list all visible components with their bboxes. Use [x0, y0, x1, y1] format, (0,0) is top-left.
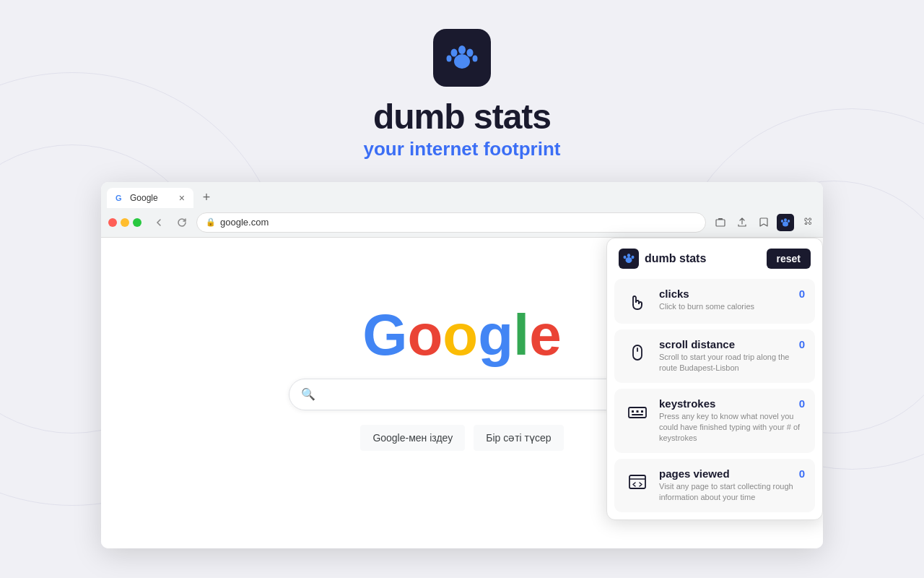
svg-point-1	[458, 46, 466, 54]
app-icon	[433, 29, 491, 87]
svg-point-5	[472, 56, 477, 62]
popup-title: dumb stats	[645, 252, 706, 265]
google-buttons: Google-мен іздеу Бір сәті түсер	[360, 425, 563, 451]
browser-toolbar: 🔒 google.com	[101, 208, 823, 237]
extensions-menu-icon[interactable]	[798, 214, 816, 231]
share-icon[interactable]	[733, 214, 751, 231]
svg-point-10	[781, 220, 783, 223]
stat-card-pages_viewed: pages viewed 0 Visit any page to start c…	[614, 459, 815, 512]
screen-capture-icon[interactable]	[712, 214, 729, 231]
svg-rect-21	[641, 410, 643, 413]
google-letter-o1: o	[407, 306, 443, 364]
stat-card-clicks: clicks 0 Click to burn some calories	[614, 279, 815, 324]
stat-header-pages_viewed: pages viewed 0	[659, 467, 805, 480]
svg-rect-6	[716, 220, 725, 226]
popup-header-left: dumb stats	[619, 249, 706, 269]
browser-tab-google[interactable]: G Google ×	[107, 188, 193, 208]
stat-desc-scroll_distance: Scroll to start your road trip along the…	[659, 352, 805, 374]
browser-window: G Google × +	[101, 182, 823, 548]
stat-value-keystrokes: 0	[799, 397, 805, 410]
browser-chrome: G Google × +	[101, 182, 823, 238]
popup-app-icon	[619, 249, 639, 269]
svg-rect-7	[718, 218, 723, 220]
browser-tabs: G Google × +	[101, 182, 823, 208]
google-search-button[interactable]: Google-мен іздеу	[360, 425, 465, 451]
app-header: dumb stats your internet footprint	[364, 29, 561, 160]
stat-name-scroll_distance: scroll distance	[659, 338, 735, 350]
tab-title: Google	[130, 193, 175, 203]
google-letter-o2: o	[443, 306, 478, 364]
popup-body: clicks 0 Click to burn some calories scr…	[607, 279, 822, 519]
google-letter-e: e	[529, 306, 562, 364]
paw-icon	[444, 40, 480, 76]
svg-rect-23	[629, 475, 645, 488]
stat-name-pages_viewed: pages viewed	[659, 467, 730, 480]
svg-point-15	[632, 255, 635, 259]
stat-card-keystrokes: keystrokes 0 Press any key to know what …	[614, 389, 815, 453]
svg-rect-22	[632, 414, 643, 415]
tab-close-button[interactable]: ×	[179, 192, 185, 204]
stat-header-scroll_distance: scroll distance 0	[659, 338, 805, 350]
google-letter-g2: g	[478, 306, 513, 364]
stat-content-pages_viewed: pages viewed 0 Visit any page to start c…	[659, 467, 805, 504]
address-bar[interactable]: 🔒 google.com	[196, 212, 706, 233]
stat-value-pages_viewed: 0	[799, 467, 805, 480]
search-icon: 🔍	[301, 387, 315, 401]
google-favicon-icon: G	[116, 193, 126, 203]
fullscreen-window-button[interactable]	[133, 218, 141, 227]
keyboard-icon	[624, 399, 650, 425]
stat-content-clicks: clicks 0 Click to burn some calories	[659, 288, 805, 312]
stat-content-keystrokes: keystrokes 0 Press any key to know what …	[659, 397, 805, 444]
back-button[interactable]	[150, 214, 167, 231]
svg-rect-19	[632, 410, 634, 413]
feeling-lucky-button[interactable]: Бір сәті түсер	[474, 425, 563, 451]
svg-rect-20	[637, 410, 639, 413]
reset-button[interactable]: reset	[767, 249, 811, 269]
app-title: dumb stats	[373, 98, 551, 137]
svg-point-9	[784, 218, 787, 221]
svg-point-0	[454, 54, 470, 69]
google-letter-g: G	[362, 306, 407, 364]
extension-dumb-stats-icon[interactable]	[777, 214, 794, 231]
browser-mockup: G Google × +	[101, 182, 823, 548]
popup-header: dumb stats reset	[607, 238, 822, 279]
stat-desc-pages_viewed: Visit any page to start collecting rough…	[659, 481, 805, 504]
svg-point-11	[788, 220, 790, 223]
svg-point-14	[624, 255, 627, 259]
svg-point-8	[783, 221, 788, 226]
google-logo: G o o g l e	[362, 306, 562, 364]
bookmark-icon[interactable]	[755, 214, 772, 231]
stat-value-clicks: 0	[799, 288, 805, 300]
browser-content: G o o g l e 🔍 Google-мен іздеу Бір сәті …	[101, 238, 823, 548]
hand-click-icon	[624, 289, 650, 315]
svg-rect-16	[633, 345, 642, 360]
stat-header-clicks: clicks 0	[659, 288, 805, 300]
close-window-button[interactable]	[108, 218, 117, 227]
minimize-window-button[interactable]	[121, 218, 129, 227]
extension-popup: dumb stats reset clicks 0	[606, 238, 823, 520]
mouse-scroll-icon	[624, 340, 650, 366]
stat-desc-clicks: Click to burn some calories	[659, 301, 805, 312]
url-text: google.com	[220, 217, 269, 228]
stat-value-scroll_distance: 0	[799, 338, 805, 350]
browser-code-icon	[624, 469, 650, 495]
svg-point-2	[450, 49, 457, 57]
svg-point-4	[446, 56, 451, 62]
svg-point-12	[626, 257, 632, 263]
svg-point-13	[627, 254, 630, 257]
lock-icon: 🔒	[206, 217, 216, 227]
stat-desc-keystrokes: Press any key to know what novel you cou…	[659, 411, 805, 444]
google-search-bar[interactable]: 🔍	[289, 379, 635, 410]
svg-point-3	[466, 49, 473, 57]
stat-card-scroll_distance: scroll distance 0 Scroll to start your r…	[614, 329, 815, 383]
stat-name-keystrokes: keystrokes	[659, 397, 715, 410]
stat-content-scroll_distance: scroll distance 0 Scroll to start your r…	[659, 338, 805, 374]
refresh-button[interactable]	[173, 214, 191, 231]
new-tab-button[interactable]: +	[196, 188, 217, 208]
google-letter-l: l	[513, 306, 529, 364]
stat-name-clicks: clicks	[659, 288, 689, 300]
app-subtitle: your internet footprint	[364, 138, 561, 160]
toolbar-actions	[712, 214, 816, 231]
google-page: G o o g l e 🔍 Google-мен іздеу Бір сәті …	[289, 306, 635, 480]
stat-header-keystrokes: keystrokes 0	[659, 397, 805, 410]
